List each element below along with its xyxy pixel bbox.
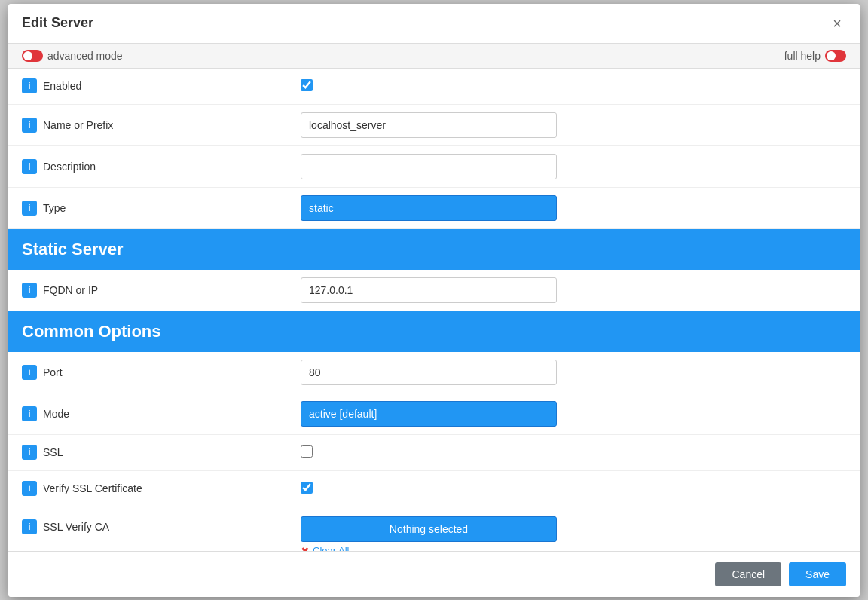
full-help-label: full help [784, 50, 821, 62]
enabled-label-text: Enabled [43, 80, 81, 92]
mode-label-text: Mode [43, 408, 69, 420]
enabled-value [301, 79, 846, 93]
name-prefix-row: i Name or Prefix [8, 105, 860, 146]
advanced-mode-toggle[interactable]: advanced mode [22, 50, 123, 62]
description-label: i Description [22, 159, 301, 174]
mode-info-icon[interactable]: i [22, 406, 37, 421]
cancel-button[interactable]: Cancel [715, 562, 781, 586]
type-value: static [301, 195, 846, 221]
type-select-btn[interactable]: static [301, 195, 557, 221]
port-input[interactable] [301, 360, 557, 385]
ssl-info-icon[interactable]: i [22, 445, 37, 460]
enabled-checkbox[interactable] [301, 79, 313, 91]
port-value [301, 360, 846, 385]
ssl-row: i SSL [8, 435, 860, 471]
fqdn-row: i FQDN or IP [8, 270, 860, 311]
ssl-label: i SSL [22, 445, 301, 460]
type-row: i Type static [8, 188, 860, 229]
port-label: i Port [22, 365, 301, 380]
fqdn-value [301, 277, 846, 303]
description-row: i Description [8, 146, 860, 188]
mode-value: active [default] [301, 401, 846, 427]
ssl-verify-ca-select-btn[interactable]: Nothing selected [301, 516, 557, 542]
mode-row: i Mode active [default] [8, 393, 860, 435]
name-prefix-value [301, 112, 846, 138]
dialog-header: Edit Server × [8, 4, 860, 44]
type-info-icon[interactable]: i [22, 201, 37, 216]
edit-server-dialog: Edit Server × advanced mode full help i … [8, 4, 860, 597]
ssl-verify-ca-row: i SSL Verify CA Nothing selected ✖ Clear… [8, 507, 860, 551]
ssl-verify-ca-value: Nothing selected ✖ Clear All [301, 516, 846, 551]
enabled-label: i Enabled [22, 78, 301, 93]
clear-all-row: ✖ Clear All [301, 545, 846, 551]
port-info-icon[interactable]: i [22, 365, 37, 380]
verify-ssl-row: i Verify SSL Certificate [8, 471, 860, 507]
full-help-toggle[interactable]: full help [784, 50, 846, 62]
full-help-toggle-icon [825, 50, 846, 62]
verify-ssl-label: i Verify SSL Certificate [22, 481, 301, 496]
mode-select-btn[interactable]: active [default] [301, 401, 557, 427]
fqdn-info-icon[interactable]: i [22, 283, 37, 298]
ssl-verify-ca-label-text: SSL Verify CA [43, 521, 109, 533]
verify-ssl-info-icon[interactable]: i [22, 481, 37, 496]
common-options-section-header: Common Options [8, 311, 860, 352]
port-label-text: Port [43, 366, 63, 378]
close-button[interactable]: × [828, 14, 846, 32]
fqdn-label-text: FQDN or IP [43, 284, 98, 296]
name-prefix-label: i Name or Prefix [22, 118, 301, 133]
verify-ssl-checkbox[interactable] [301, 482, 313, 494]
mode-label: i Mode [22, 406, 301, 421]
name-prefix-label-text: Name or Prefix [43, 119, 113, 131]
save-button[interactable]: Save [789, 562, 846, 586]
description-info-icon[interactable]: i [22, 159, 37, 174]
static-server-section-title: Static Server [22, 240, 124, 259]
ssl-verify-ca-label: i SSL Verify CA [22, 516, 301, 534]
ssl-label-text: SSL [43, 446, 63, 458]
description-input[interactable] [301, 154, 557, 179]
common-options-section-title: Common Options [22, 322, 161, 341]
description-value [301, 154, 846, 179]
clear-all-link[interactable]: Clear All [313, 545, 349, 551]
description-label-text: Description [43, 161, 96, 173]
ssl-verify-ca-info-icon[interactable]: i [22, 519, 37, 534]
enabled-row: i Enabled [8, 69, 860, 105]
fqdn-input[interactable] [301, 277, 557, 303]
ssl-value [301, 445, 846, 460]
verify-ssl-label-text: Verify SSL Certificate [43, 482, 142, 494]
name-prefix-input[interactable] [301, 112, 557, 138]
ssl-checkbox[interactable] [301, 445, 313, 458]
advanced-mode-label: advanced mode [47, 50, 123, 62]
dialog-title: Edit Server [22, 15, 93, 31]
name-prefix-info-icon[interactable]: i [22, 118, 37, 133]
enabled-info-icon[interactable]: i [22, 78, 37, 93]
fqdn-label: i FQDN or IP [22, 283, 301, 298]
port-row: i Port [8, 352, 860, 393]
clear-all-icon: ✖ [301, 545, 310, 551]
static-server-section-header: Static Server [8, 229, 860, 270]
dialog-footer: Cancel Save [8, 551, 860, 597]
type-label: i Type [22, 201, 301, 216]
form-body: i Enabled i Name or Prefix i Description [8, 69, 860, 551]
type-label-text: Type [43, 202, 66, 214]
advanced-mode-toggle-icon [22, 50, 43, 62]
toolbar: advanced mode full help [8, 44, 860, 69]
verify-ssl-value [301, 482, 846, 496]
